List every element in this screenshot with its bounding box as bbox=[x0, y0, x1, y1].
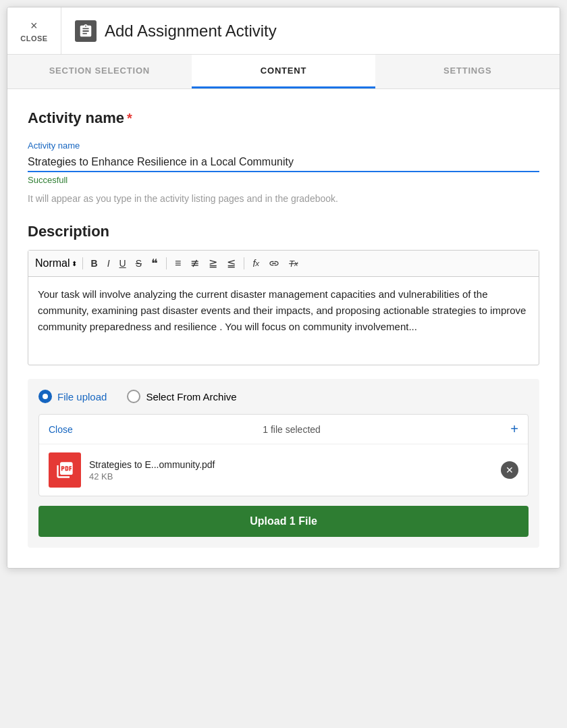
tab-section-selection[interactable]: SECTION SELECTION bbox=[7, 55, 192, 88]
header-title-area: Add Assignment Activity bbox=[61, 20, 290, 42]
file-info: Strategies to E...ommunity.pdf 42 KB bbox=[89, 459, 493, 482]
activity-name-input[interactable] bbox=[28, 153, 539, 172]
align-right-button[interactable]: ≦ bbox=[224, 257, 238, 270]
file-upload-section: File upload Select From Archive Close 1 … bbox=[28, 379, 539, 548]
clear-format-button[interactable]: Tx bbox=[286, 258, 300, 269]
tab-bar: SECTION SELECTION CONTENT SETTINGS bbox=[7, 55, 560, 89]
italic-button[interactable]: I bbox=[105, 257, 113, 269]
file-upload-option[interactable]: File upload bbox=[38, 390, 107, 403]
add-file-button[interactable]: + bbox=[510, 421, 518, 437]
toolbar-divider-2 bbox=[166, 257, 167, 269]
activity-name-section-title: Activity name * bbox=[28, 109, 539, 127]
tab-content[interactable]: CONTENT bbox=[192, 55, 376, 88]
rich-text-editor: Normal ⬍ B I U S ❝ ≡ ≢ ≧ ≦ fx bbox=[28, 250, 539, 365]
close-button[interactable]: × CLOSE bbox=[7, 7, 61, 55]
archive-option[interactable]: Select From Archive bbox=[127, 390, 236, 403]
editor-content: Your task will involve analyzing the cur… bbox=[38, 288, 526, 332]
editor-body[interactable]: Your task will involve analyzing the cur… bbox=[28, 277, 539, 365]
underline-button[interactable]: U bbox=[117, 257, 129, 269]
bold-button[interactable]: B bbox=[88, 257, 101, 269]
toolbar-divider-3 bbox=[244, 257, 244, 269]
modal-header: × CLOSE Add Assignment Activity bbox=[7, 7, 560, 55]
file-upload-radio[interactable] bbox=[38, 390, 52, 403]
modal-body: Activity name * Activity name Succesfull… bbox=[7, 89, 560, 568]
upload-box: Close 1 file selected + Strategies to E.… bbox=[38, 414, 529, 496]
ordered-list-button[interactable]: ≡ bbox=[172, 257, 184, 270]
file-upload-label: File upload bbox=[57, 391, 107, 402]
upload-options: File upload Select From Archive bbox=[38, 390, 529, 403]
modal-container: × CLOSE Add Assignment Activity SECTION … bbox=[7, 7, 560, 569]
upload-close-link[interactable]: Close bbox=[49, 424, 73, 435]
unordered-list-button[interactable]: ≢ bbox=[188, 257, 202, 270]
description-section: Description Normal ⬍ B I U S ❝ ≡ ≢ bbox=[28, 223, 539, 365]
activity-name-hint: It will appear as you type in the activi… bbox=[28, 193, 539, 204]
strikethrough-button[interactable]: S bbox=[133, 257, 144, 269]
activity-name-label: Activity name bbox=[28, 140, 539, 151]
toolbar-divider-1 bbox=[82, 257, 83, 269]
link-button[interactable] bbox=[266, 257, 282, 270]
activity-name-field-group: Activity name Succesfull bbox=[28, 140, 539, 185]
pdf-icon bbox=[49, 452, 81, 488]
remove-file-button[interactable]: ✕ bbox=[501, 461, 518, 479]
align-left-button[interactable]: ≧ bbox=[206, 257, 220, 270]
archive-radio[interactable] bbox=[127, 390, 140, 403]
close-icon: × bbox=[30, 19, 38, 33]
archive-label: Select From Archive bbox=[146, 391, 236, 402]
file-item: Strategies to E...ommunity.pdf 42 KB ✕ bbox=[39, 444, 528, 496]
modal-title: Add Assignment Activity bbox=[105, 22, 277, 41]
close-label: CLOSE bbox=[20, 34, 47, 43]
file-size: 42 KB bbox=[89, 471, 493, 482]
file-name: Strategies to E...ommunity.pdf bbox=[89, 459, 493, 470]
success-message: Succesfull bbox=[28, 175, 539, 185]
description-title: Description bbox=[28, 223, 539, 240]
style-select[interactable]: Normal ⬍ bbox=[35, 257, 77, 269]
formula-button[interactable]: fx bbox=[250, 257, 262, 269]
assignment-icon bbox=[75, 20, 97, 42]
editor-toolbar: Normal ⬍ B I U S ❝ ≡ ≢ ≧ ≦ fx bbox=[28, 251, 539, 277]
quote-button[interactable]: ❝ bbox=[148, 256, 161, 271]
upload-box-header: Close 1 file selected + bbox=[39, 415, 528, 444]
file-count: 1 file selected bbox=[263, 424, 321, 435]
tab-settings[interactable]: SETTINGS bbox=[375, 55, 560, 88]
style-chevron-icon: ⬍ bbox=[72, 260, 77, 267]
required-marker: * bbox=[127, 111, 132, 126]
upload-submit-button[interactable]: Upload 1 File bbox=[38, 506, 529, 537]
